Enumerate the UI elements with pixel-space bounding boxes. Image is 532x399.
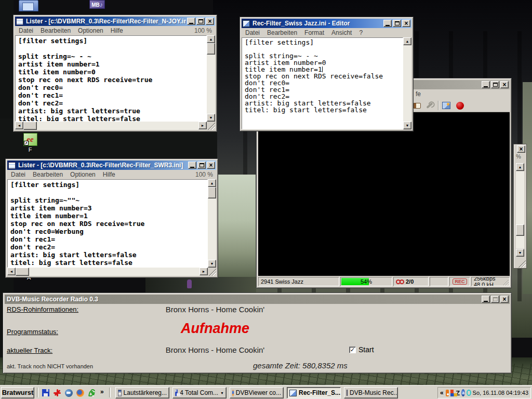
scroll-right-button[interactable]: ► xyxy=(200,268,208,275)
desktop-icon-folder[interactable] xyxy=(19,0,38,11)
desktop-icon-f[interactable]: ee↗ F xyxy=(22,133,38,153)
lister1-titlebar[interactable]: Lister - [c:\DVBMRR_0.3\Rec-Filter\Rec-F… xyxy=(15,17,215,26)
lister1-text-content[interactable]: [filter settings] split string=~ - ~ art… xyxy=(15,35,207,122)
minimize-button[interactable] xyxy=(187,18,195,25)
menu-ansicht[interactable]: Ansicht xyxy=(328,29,355,36)
scroll-left-button[interactable]: ◄ xyxy=(7,268,16,275)
maximize-button[interactable] xyxy=(491,296,499,303)
scrollbar-thumb[interactable] xyxy=(16,268,29,276)
scroll-up-button[interactable]: ▲ xyxy=(403,37,411,45)
quicklaunch-paint-app[interactable] xyxy=(52,388,62,397)
minimize-button[interactable] xyxy=(482,296,490,303)
minimize-button[interactable] xyxy=(383,20,392,27)
taskbutton-total-commander-group[interactable]: 4 Total Com... ▼ xyxy=(172,387,227,398)
scrollbar-thumb[interactable] xyxy=(23,122,37,130)
close-button[interactable]: × xyxy=(207,162,215,169)
menu-help[interactable]: ? xyxy=(355,29,366,36)
rec-badge: REC xyxy=(453,278,467,285)
menu-optionen[interactable]: Optionen xyxy=(74,27,107,34)
vertical-scrollbar[interactable]: ▲ ▼ xyxy=(403,37,411,129)
resize-grip[interactable] xyxy=(502,279,509,285)
resize-grip[interactable] xyxy=(517,259,526,268)
lister2-titlebar[interactable]: Lister - [c:\DVBMRR_0.3\Rec-Filter\Rec-F… xyxy=(7,161,216,170)
menu-bearbeiten[interactable]: Bearbeiten xyxy=(263,29,301,36)
tray-rss-icon[interactable] xyxy=(446,390,449,396)
taskbutton-volume[interactable]: Lautstärkereg... xyxy=(115,387,169,398)
quicklaunch-qip[interactable] xyxy=(87,388,96,397)
close-button[interactable]: × xyxy=(500,81,509,88)
scroll-down-button[interactable]: ▼ xyxy=(516,249,524,257)
menu-datei[interactable]: Datei xyxy=(242,29,263,36)
resize-grip[interactable] xyxy=(208,268,216,276)
quicklaunch-total-commander[interactable] xyxy=(41,388,50,397)
tray-ring-icon[interactable] xyxy=(467,390,471,396)
start-button[interactable]: Bratwurst xyxy=(1,387,34,398)
maximize-button[interactable] xyxy=(196,18,205,25)
slider-track[interactable] xyxy=(516,171,524,248)
taskbutton-rec-filter-active[interactable]: Rec-Filter_S... xyxy=(287,387,341,398)
minimize-button[interactable] xyxy=(482,81,490,88)
start-checkbox[interactable]: ✓ Start xyxy=(349,345,374,354)
dvbviewer-app-icon xyxy=(232,390,234,396)
menu-datei[interactable]: Datei xyxy=(15,27,37,34)
menu-bearbeiten[interactable]: Bearbeiten xyxy=(37,27,74,34)
recorder-titlebar[interactable]: DVB-Music Recorder Radio 0.3 × xyxy=(5,295,510,304)
channel-panel: 2941 Swiss Jazz xyxy=(258,277,339,286)
log-button[interactable] xyxy=(412,100,422,111)
menu-fragment[interactable]: fe xyxy=(416,90,421,98)
tray-a-messenger-icon[interactable]: a xyxy=(461,389,465,396)
scroll-up-button[interactable]: ▲ xyxy=(208,179,216,187)
menu-datei[interactable]: Datei xyxy=(7,171,29,178)
tray-windows-icon[interactable] xyxy=(450,390,454,396)
text-line: don't rec1= xyxy=(18,91,204,99)
record-button[interactable] xyxy=(455,100,465,111)
tools-button[interactable] xyxy=(424,100,435,111)
vertical-scrollbar[interactable]: ▲ ▼ xyxy=(207,35,215,122)
scrollbar-thumb[interactable] xyxy=(207,43,215,55)
quicklaunch-overflow-chevron[interactable]: » xyxy=(100,388,104,395)
menu-hilfe[interactable]: Hilfe xyxy=(99,171,119,178)
menu-format[interactable]: Format xyxy=(301,29,328,36)
settings-button[interactable] xyxy=(441,100,451,111)
minimize-button[interactable] xyxy=(188,162,196,169)
horizontal-scrollbar[interactable]: ◄ ► xyxy=(15,122,207,130)
close-button[interactable]: × xyxy=(206,18,214,25)
scroll-left-button[interactable]: ◄ xyxy=(15,122,23,129)
horizontal-scrollbar[interactable]: ◄ ► xyxy=(7,268,208,276)
close-button[interactable]: × xyxy=(517,145,525,153)
desktop-icon-mb[interactable]: MB♪ xyxy=(89,0,105,9)
slider-thumb[interactable] xyxy=(516,224,524,236)
scroll-up-button[interactable]: ▲ xyxy=(207,35,215,43)
scroll-right-button[interactable]: ► xyxy=(198,122,207,129)
taskbar-clock[interactable]: So, 16.11.08 04:19:43 xyxy=(473,390,528,396)
text-line: artist item number=1 xyxy=(18,60,204,68)
vertical-scrollbar[interactable]: ▲ ▼ xyxy=(208,179,216,268)
scroll-down-button[interactable]: ▼ xyxy=(403,122,411,129)
video-area[interactable] xyxy=(258,112,510,276)
close-button[interactable]: × xyxy=(402,20,410,27)
lister1-window-title: Lister - [c:\DVBMRR_0.3\Rec-Filter\Rec-F… xyxy=(25,18,186,25)
lister-app-icon xyxy=(16,18,23,25)
quicklaunch-thunderbird[interactable] xyxy=(64,388,73,397)
menu-optionen[interactable]: Optionen xyxy=(66,171,99,178)
maximize-button[interactable] xyxy=(491,81,499,88)
menu-bearbeiten[interactable]: Bearbeiten xyxy=(29,171,66,178)
percent-label: % xyxy=(514,153,526,160)
tray-collapse-chevron[interactable]: « xyxy=(440,389,444,396)
maximize-button[interactable] xyxy=(393,20,401,27)
close-button[interactable]: × xyxy=(500,296,509,303)
floppy-disk-icon xyxy=(42,389,49,396)
resize-grip[interactable] xyxy=(207,122,215,130)
scroll-up-button[interactable]: ▲ xyxy=(516,163,524,171)
lister2-text-content[interactable]: [filter settings] split string=~""~ arti… xyxy=(7,179,208,268)
maximize-button[interactable] xyxy=(197,162,206,169)
notepad-text-content[interactable]: [filter settings] split string=~ - ~ art… xyxy=(242,37,403,129)
notepad-titlebar[interactable]: Rec-Filter_Swiss Jazz.ini - Editor × xyxy=(242,19,411,28)
scroll-down-button[interactable]: ▼ xyxy=(208,260,216,268)
taskbutton-dvb-music-recorder[interactable]: DVB-Music Rec... xyxy=(344,387,398,398)
scrollbar-thumb[interactable] xyxy=(208,187,216,198)
scroll-down-button[interactable]: ▼ xyxy=(207,114,215,122)
quicklaunch-firefox[interactable] xyxy=(75,388,85,397)
taskbutton-dvbviewer[interactable]: DVBViewer co... xyxy=(230,387,284,398)
menu-hilfe[interactable]: Hilfe xyxy=(107,27,127,34)
